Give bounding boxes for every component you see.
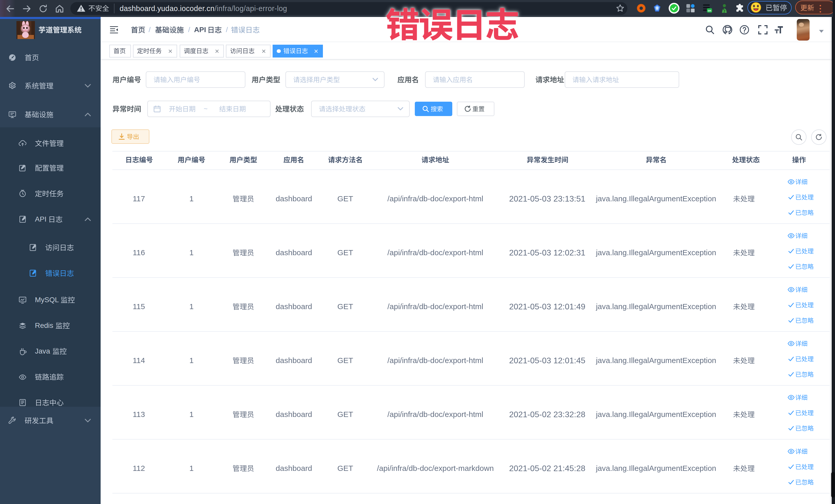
svg-text:on: on [708,9,711,12]
